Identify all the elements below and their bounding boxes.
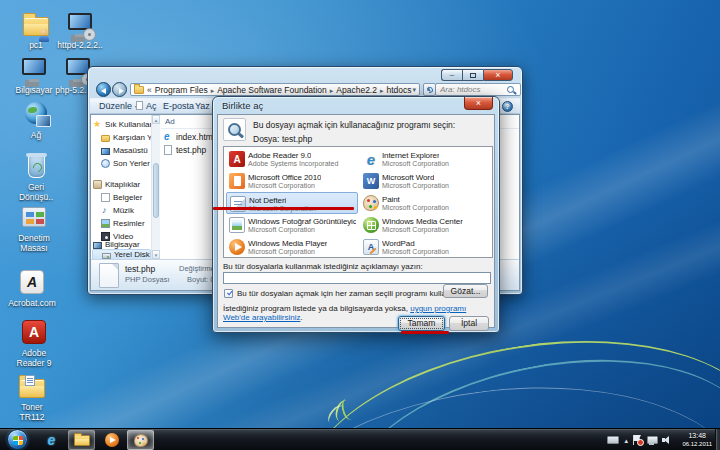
program-item-adobe-reader[interactable]: Adobe Reader 9.0 Adobe Systems Incorpora… bbox=[226, 148, 358, 170]
desktop-icon bbox=[101, 148, 110, 155]
photo-viewer-icon bbox=[229, 217, 245, 233]
program-vendor: Microsoft Corporation bbox=[248, 248, 315, 255]
taskbar-item-internet-explorer[interactable] bbox=[38, 430, 65, 450]
always-use-label: Bu tür dosyaları açmak için her zaman se… bbox=[237, 289, 450, 298]
annotation-underline-ok bbox=[401, 331, 449, 334]
acrobat-icon bbox=[20, 270, 44, 294]
star-icon bbox=[93, 120, 102, 129]
ok-button[interactable]: Tamam bbox=[398, 316, 445, 331]
sidebar-item-libraries[interactable]: Kitaplıklar bbox=[93, 179, 151, 190]
breadcrumb-segment[interactable]: htdocs bbox=[377, 85, 412, 95]
file-row-test-php[interactable]: test.php bbox=[163, 144, 206, 156]
desktop-icon-label: Bilgisayar bbox=[10, 86, 58, 96]
network-icon[interactable] bbox=[647, 436, 657, 445]
toolbar-print-button[interactable]: Yaz bbox=[195, 101, 210, 111]
documents-icon bbox=[101, 193, 110, 202]
dialog-title: Birlikte aç bbox=[222, 100, 263, 111]
always-use-checkbox[interactable] bbox=[224, 289, 233, 298]
maximize-button[interactable] bbox=[462, 69, 483, 81]
dialog-close-button[interactable]: × bbox=[464, 97, 493, 110]
program-vendor: Microsoft Corporation bbox=[382, 182, 449, 189]
annotation-underline-notepad bbox=[213, 207, 354, 210]
desktop-icon-label: pc1 bbox=[12, 41, 60, 51]
desktop-icon-recycle-bin[interactable]: Geri Dönüşü.. bbox=[12, 152, 60, 203]
program-item-photo-viewer[interactable]: Windows Fotoğraf Görüntüleyicisi Microso… bbox=[226, 214, 358, 236]
sidebar-item-desktop[interactable]: Masaüstü bbox=[101, 145, 151, 156]
language-keyboard-icon[interactable] bbox=[607, 436, 619, 444]
sidebar-item-music[interactable]: Müzik bbox=[101, 205, 151, 216]
desktop-icon-toner[interactable]: Toner TR112 bbox=[8, 372, 56, 423]
scroll-down-icon[interactable]: ▾ bbox=[152, 250, 160, 259]
show-desktop-button[interactable] bbox=[715, 429, 720, 450]
folder-icon bbox=[134, 86, 144, 94]
sidebar-item-documents[interactable]: Belgeler bbox=[101, 192, 151, 203]
sidebar-item-recent[interactable]: Son Yerler bbox=[101, 158, 151, 169]
browse-button[interactable]: Gözat... bbox=[443, 284, 488, 298]
recycle-bin-icon bbox=[28, 154, 45, 178]
forward-button[interactable] bbox=[112, 82, 127, 97]
desktop-icon-acrobat-com[interactable]: Acrobat.com bbox=[8, 268, 56, 309]
show-hidden-icons-icon[interactable]: ▴ bbox=[624, 437, 628, 444]
pictures-icon bbox=[101, 219, 110, 228]
sidebar-item-favorites[interactable]: Sık Kullanılanlar bbox=[93, 119, 151, 130]
file-icon bbox=[136, 101, 143, 110]
program-item-office[interactable]: Microsoft Office 2010 Microsoft Corporat… bbox=[226, 170, 358, 192]
minimize-button[interactable]: – bbox=[441, 69, 462, 81]
breadcrumb-segment[interactable]: Apache2.2 bbox=[327, 85, 377, 95]
desktop-icon-ag[interactable]: Ağ bbox=[12, 100, 60, 141]
desktop-icon-adobe-reader[interactable]: Adobe Reader 9 bbox=[10, 318, 58, 369]
taskbar-item-explorer[interactable] bbox=[68, 430, 95, 450]
help-icon[interactable]: ? bbox=[502, 101, 513, 112]
sidebar-item-downloads[interactable]: Karşıdan Yüklem bbox=[101, 132, 151, 143]
sidebar-item-drive-c[interactable]: Yerel Disk (C:) bbox=[92, 249, 151, 259]
program-item-wordpad[interactable]: WordPad Microsoft Corporation bbox=[360, 236, 492, 258]
magnifier-icon bbox=[224, 119, 245, 140]
program-item-notepad-selected[interactable]: Not Defteri Microsoft Corporation bbox=[226, 192, 358, 214]
toolbar-email-button[interactable]: E-posta bbox=[163, 101, 194, 111]
desktop-icon-pc1[interactable]: pc1 bbox=[12, 10, 60, 51]
recent-places-icon bbox=[101, 159, 110, 168]
back-button[interactable] bbox=[96, 82, 111, 97]
libraries-icon bbox=[93, 180, 102, 189]
breadcrumb-segment[interactable]: Program Files bbox=[155, 85, 208, 95]
search-box[interactable]: Ara: htdocs bbox=[435, 83, 521, 96]
program-vendor: Microsoft Corporation bbox=[248, 226, 315, 233]
desktop-icon-bilgisayar[interactable]: Bilgisayar bbox=[10, 55, 58, 96]
computer-icon bbox=[22, 58, 46, 75]
program-item-word[interactable]: Microsoft Word Microsoft Corporation bbox=[360, 170, 492, 192]
toolbar-organize-button[interactable]: Düzenle bbox=[99, 101, 138, 111]
chevron-down-icon[interactable]: ▾ bbox=[412, 86, 416, 94]
close-button[interactable]: × bbox=[483, 69, 513, 81]
column-header-name[interactable]: Ad bbox=[165, 117, 175, 126]
scrollbar-thumb[interactable] bbox=[153, 163, 159, 218]
action-center-flag-icon[interactable] bbox=[633, 435, 642, 445]
start-button[interactable] bbox=[7, 429, 28, 450]
desktop-icon-label: httpd-2.2.2.. bbox=[56, 41, 104, 51]
program-item-media-player[interactable]: Windows Media Player Microsoft Corporati… bbox=[226, 236, 358, 258]
program-item-media-center[interactable]: Windows Media Center Microsoft Corporati… bbox=[360, 214, 492, 236]
sidebar-scrollbar[interactable]: ▴ ▾ bbox=[151, 115, 160, 259]
breadcrumb-segment[interactable]: Apache Software Foundation bbox=[208, 85, 327, 95]
breadcrumb-overflow-icon[interactable]: « bbox=[147, 85, 152, 95]
check-icon bbox=[226, 290, 231, 295]
taskbar-item-paint[interactable] bbox=[127, 430, 154, 450]
sidebar-item-pictures[interactable]: Resimler bbox=[101, 218, 151, 229]
cd-icon bbox=[83, 28, 96, 41]
media-player-icon bbox=[105, 433, 119, 447]
volume-icon[interactable] bbox=[662, 435, 672, 445]
address-bar[interactable]: « Program Files Apache Software Foundati… bbox=[130, 83, 420, 96]
program-item-paint[interactable]: Paint Microsoft Corporation bbox=[360, 192, 492, 214]
file-row-index-html[interactable]: index.html bbox=[163, 131, 215, 143]
description-input[interactable] bbox=[223, 272, 491, 284]
desktop-icon-label: Acrobat.com bbox=[8, 299, 56, 309]
taskbar-item-media-player[interactable] bbox=[98, 430, 125, 450]
taskbar-clock[interactable]: 13:48 06.12.2011 bbox=[682, 431, 712, 448]
desktop-icon-httpd[interactable]: httpd-2.2.2.. bbox=[56, 10, 104, 51]
scroll-up-icon[interactable]: ▴ bbox=[152, 115, 160, 124]
program-item-internet-explorer[interactable]: Internet Explorer Microsoft Corporation bbox=[360, 148, 492, 170]
desktop-icon-control-panel[interactable]: Denetim Masası bbox=[10, 203, 58, 254]
media-player-icon bbox=[229, 239, 245, 255]
cancel-button[interactable]: İptal bbox=[449, 316, 489, 331]
program-list: Adobe Reader 9.0 Adobe Systems Incorpora… bbox=[223, 146, 493, 258]
toolbar-open-button[interactable]: Aç bbox=[136, 101, 157, 111]
